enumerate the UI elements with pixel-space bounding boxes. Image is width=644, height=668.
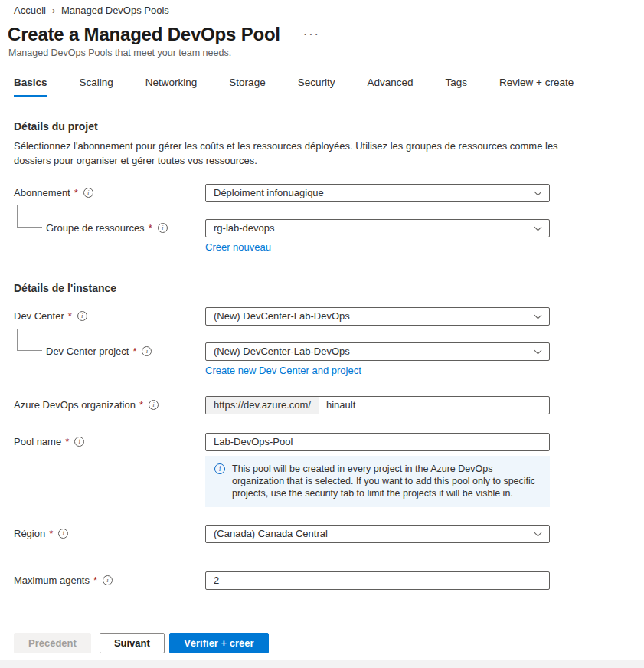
wizard-footer: Précédent Suivant Vérifier + créer (0, 614, 644, 660)
breadcrumb-home[interactable]: Accueil (14, 5, 46, 16)
tab-review-create[interactable]: Review + create (499, 77, 574, 97)
create-new-dev-center-link[interactable]: Create new Dev Center and project (205, 365, 361, 376)
max-agents-label: Maximum agents (14, 575, 90, 586)
pool-info-message: This pool will be created in every proje… (205, 456, 550, 507)
chevron-down-icon (534, 189, 541, 196)
required-mark: * (68, 310, 72, 322)
region-dropdown[interactable]: (Canada) Canada Central (205, 525, 550, 543)
info-icon[interactable] (83, 188, 93, 198)
breadcrumb: Accueil › Managed DevOps Pools (0, 0, 644, 16)
region-label: Région (14, 528, 45, 539)
dev-center-value: (New) DevCenter-Lab-DevOps (214, 310, 528, 322)
dev-center-row: Dev Center * (New) DevCenter-Lab-DevOps (14, 307, 630, 326)
section-heading-instance-details: Détails de l'instance (14, 282, 630, 294)
devops-org-input[interactable] (319, 397, 549, 414)
wizard-tabs: Basics Scaling Networking Storage Securi… (0, 77, 644, 97)
devops-org-input-group: https://dev.azure.com/ (205, 396, 550, 414)
tab-basics[interactable]: Basics (14, 77, 47, 97)
tab-storage[interactable]: Storage (229, 77, 265, 97)
dev-center-project-row: Dev Center project * (New) DevCenter-Lab… (14, 342, 630, 361)
previous-button[interactable]: Précédent (14, 633, 91, 653)
child-field-connector (17, 329, 42, 351)
subscription-dropdown[interactable]: Déploiment infonuagique (205, 184, 550, 202)
resource-group-label: Groupe de ressources (46, 222, 145, 234)
breadcrumb-separator-icon: › (52, 5, 55, 16)
subscription-value: Déploiment infonuagique (214, 187, 528, 198)
pool-info-text: This pool will be created in every proje… (232, 463, 541, 499)
required-mark: * (49, 528, 53, 539)
tab-security[interactable]: Security (298, 77, 335, 97)
tab-advanced[interactable]: Advanced (367, 77, 413, 97)
required-mark: * (74, 187, 78, 198)
required-mark: * (132, 345, 136, 357)
child-field-connector (17, 205, 42, 228)
chevron-down-icon (534, 530, 541, 537)
max-agents-row: Maximum agents * (14, 571, 630, 590)
devops-org-url-prefix: https://dev.azure.com/ (206, 397, 319, 414)
dev-center-label: Dev Center (14, 310, 64, 322)
devops-org-row: Azure DevOps organization * https://dev.… (14, 396, 630, 414)
info-icon[interactable] (149, 400, 159, 410)
required-mark: * (149, 222, 152, 234)
resource-group-dropdown[interactable]: rg-lab-devops (205, 219, 550, 237)
page-subtitle: Managed DevOps Pools that meet your team… (0, 47, 644, 58)
info-icon[interactable] (74, 437, 84, 447)
max-agents-input[interactable] (206, 572, 549, 589)
chevron-down-icon (534, 224, 541, 231)
info-icon[interactable] (158, 223, 168, 233)
page-title: Create a Managed DevOps Pool (8, 24, 280, 45)
dev-center-project-value: (New) DevCenter-Lab-DevOps (214, 345, 528, 357)
dev-center-project-dropdown[interactable]: (New) DevCenter-Lab-DevOps (205, 342, 550, 361)
dev-center-dropdown[interactable]: (New) DevCenter-Lab-DevOps (205, 307, 550, 326)
form-scroll-area[interactable]: Détails du projet Sélectionnez l'abonnem… (0, 102, 644, 613)
next-button[interactable]: Suivant (100, 633, 165, 653)
info-icon[interactable] (58, 529, 68, 539)
tab-networking[interactable]: Networking (145, 77, 198, 97)
info-icon[interactable] (103, 575, 113, 585)
resource-group-row: Groupe de ressources * rg-lab-devops (14, 219, 630, 237)
section-heading-project-details: Détails du projet (14, 120, 630, 133)
chevron-down-icon (534, 313, 541, 319)
pool-name-label: Pool name (14, 436, 61, 447)
region-row: Région * (Canada) Canada Central (14, 525, 630, 543)
create-managed-devops-pool-page: Accueil › Managed DevOps Pools Create a … (0, 0, 644, 668)
more-options-icon[interactable]: ··· (300, 27, 323, 42)
tab-tags[interactable]: Tags (445, 77, 467, 97)
pool-name-input[interactable] (206, 434, 549, 450)
pool-name-row: Pool name * (14, 433, 630, 451)
chevron-down-icon (534, 348, 541, 355)
devops-org-label: Azure DevOps organization (14, 399, 136, 411)
info-icon[interactable] (77, 311, 87, 321)
dev-center-project-label: Dev Center project (46, 345, 129, 357)
resource-group-value: rg-lab-devops (214, 222, 528, 234)
project-details-description: Sélectionnez l'abonnement pour gérer les… (14, 139, 559, 169)
region-value: (Canada) Canada Central (214, 528, 528, 539)
info-icon[interactable] (142, 346, 152, 356)
create-new-resource-group-link[interactable]: Créer nouveau (205, 241, 271, 253)
tab-scaling[interactable]: Scaling (80, 77, 113, 97)
review-create-button[interactable]: Vérifier + créer (169, 633, 269, 653)
pool-name-input-group (205, 433, 550, 451)
subscription-row: Abonnement * Déploiment infonuagique (14, 184, 630, 202)
breadcrumb-current: Managed DevOps Pools (61, 5, 169, 16)
info-icon (214, 463, 225, 474)
required-mark: * (93, 575, 97, 586)
subscription-label: Abonnement (14, 187, 70, 198)
bottom-status-strip (0, 660, 644, 668)
required-mark: * (65, 436, 69, 447)
required-mark: * (139, 399, 143, 411)
max-agents-input-group (205, 571, 550, 590)
